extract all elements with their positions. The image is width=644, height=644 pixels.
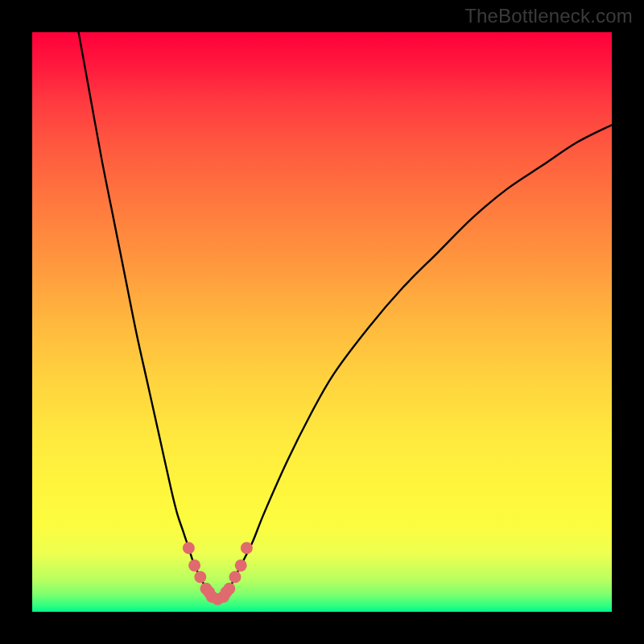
- trough-marker: [229, 571, 242, 583]
- trough-marker-group: [183, 542, 253, 605]
- watermark-text: TheBottleneck.com: [464, 5, 633, 27]
- trough-marker: [188, 559, 200, 572]
- trough-marker: [194, 571, 206, 583]
- trough-marker: [235, 559, 247, 572]
- bottleneck-curve: [79, 32, 612, 599]
- trough-marker: [223, 583, 235, 595]
- trough-marker: [241, 542, 253, 554]
- outer-frame: TheBottleneck.com: [0, 0, 644, 644]
- chart-svg: [32, 32, 612, 612]
- trough-marker: [183, 542, 195, 554]
- plot-area: [32, 32, 612, 612]
